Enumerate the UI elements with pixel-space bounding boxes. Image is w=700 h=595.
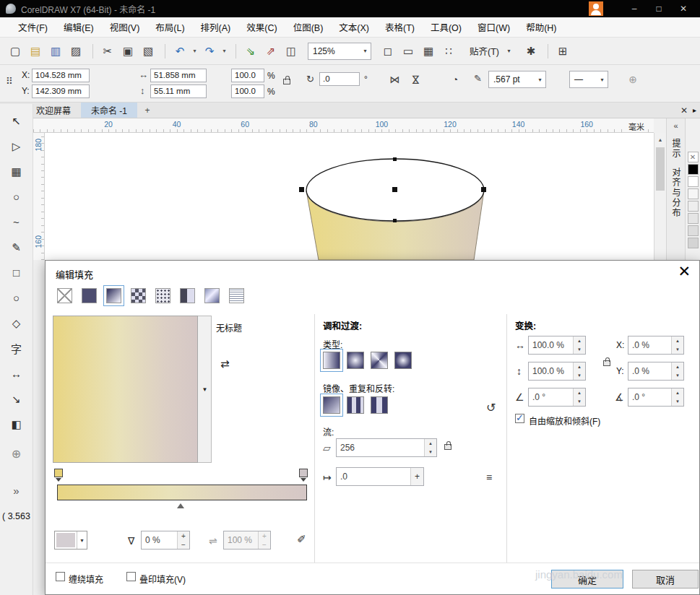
close-button[interactable]: ✕ xyxy=(671,1,696,17)
artistic-media-tool[interactable]: ✎ xyxy=(7,238,27,257)
rotate-input[interactable]: .0 ° ▲▼ xyxy=(628,388,684,407)
overprint-fill-checkbox[interactable] xyxy=(126,572,136,581)
fill-height-input[interactable]: 100.0 % ▲▼ xyxy=(528,362,586,381)
transition-options-icon[interactable]: ≡ xyxy=(486,472,492,483)
color-swatch[interactable] xyxy=(688,201,699,212)
redo-dropdown-icon[interactable]: ▾ xyxy=(220,42,228,61)
add-tool-button[interactable]: ⊕ xyxy=(7,444,27,464)
separator[interactable] xyxy=(542,44,548,58)
spinner[interactable]: ▲▼ xyxy=(671,388,683,406)
scale-y-field[interactable]: 100.0 xyxy=(231,84,264,98)
show-guidelines-icon[interactable]: ∷ xyxy=(439,42,458,61)
acceleration-input[interactable]: .0 + xyxy=(336,467,424,486)
menu-item[interactable]: 布局(L) xyxy=(147,17,192,37)
fill-vector-pattern-icon[interactable] xyxy=(131,288,146,303)
export-icon[interactable]: ⇗ xyxy=(262,42,280,61)
repeat-mirror-icon[interactable] xyxy=(347,396,364,414)
close-document-icon[interactable]: ✕ xyxy=(680,105,688,116)
rectangle-tool[interactable]: □ xyxy=(7,263,27,282)
minimize-button[interactable]: – xyxy=(622,1,647,17)
menu-item[interactable]: 编辑(E) xyxy=(56,17,102,37)
fill-uniform-icon[interactable] xyxy=(82,288,97,303)
user-account-icon[interactable] xyxy=(589,1,603,16)
freehand-tool[interactable]: ~ xyxy=(7,212,27,232)
mirror-horizontal-button[interactable]: ⋈ xyxy=(386,71,403,88)
menu-item[interactable]: 效果(C) xyxy=(238,17,285,37)
text-tool[interactable]: 字 xyxy=(7,339,27,358)
undo-dropdown-icon[interactable]: ▾ xyxy=(191,42,199,61)
new-document-tab-button[interactable]: + xyxy=(137,103,157,118)
node-color-select[interactable]: ▾ xyxy=(54,531,87,550)
free-scale-checkbox[interactable] xyxy=(515,414,524,423)
menu-item[interactable]: 视图(V) xyxy=(102,17,148,37)
outline-width-select[interactable]: .567 pt ▾ xyxy=(488,71,546,88)
spinner[interactable]: ▲▼ xyxy=(671,336,683,354)
scale-lock-icon[interactable] xyxy=(283,79,290,84)
chevron-down-icon[interactable]: ▾ xyxy=(535,71,545,87)
menu-item[interactable]: 表格(T) xyxy=(377,17,423,37)
x-position-field[interactable]: 104.528 mm xyxy=(32,69,90,82)
connector-tool[interactable]: ↘ xyxy=(7,389,27,409)
color-swatch[interactable] xyxy=(688,188,699,199)
circular-arrow-icon[interactable]: ↺ xyxy=(486,401,496,414)
docker-collapse-icon[interactable]: « xyxy=(673,121,678,130)
separator[interactable] xyxy=(87,44,93,58)
repeat-default-icon[interactable] xyxy=(323,396,340,414)
redo-icon[interactable]: ↷ xyxy=(200,42,219,61)
app-launcher-icon[interactable]: ◫ xyxy=(282,42,301,61)
import-icon[interactable]: ⇘ xyxy=(241,42,260,61)
undo-icon[interactable]: ↶ xyxy=(170,42,189,61)
gradient-stop-start[interactable] xyxy=(54,469,63,477)
dimension-tool[interactable]: ↔ xyxy=(7,364,27,383)
polygon-tool[interactable]: ◇ xyxy=(7,313,27,333)
gradient-bar[interactable] xyxy=(57,485,307,500)
spinner[interactable]: +− xyxy=(258,531,270,549)
shape-options-button[interactable]: ◔ xyxy=(446,71,464,88)
object-height-field[interactable]: 55.11 mm xyxy=(150,84,207,98)
y-position-field[interactable]: 142.309 mm xyxy=(32,84,90,98)
separator[interactable] xyxy=(230,44,236,58)
spinner[interactable]: ▲▼ xyxy=(573,336,585,354)
new-document-icon[interactable]: ▢ xyxy=(6,42,25,61)
expand-toolbox-button[interactable]: » xyxy=(7,481,27,500)
scroll-up-icon[interactable]: ▲ xyxy=(654,134,666,144)
paste-icon[interactable]: ▧ xyxy=(139,42,157,61)
copy-icon[interactable]: ▣ xyxy=(118,42,137,61)
separator[interactable] xyxy=(159,44,165,58)
wrap-fill-checkbox[interactable] xyxy=(56,572,65,581)
scrollbar-thumb[interactable] xyxy=(656,147,665,191)
color-swatch-black[interactable] xyxy=(688,164,699,175)
show-grid-icon[interactable]: ▦ xyxy=(419,42,438,61)
eyedropper-icon[interactable]: ✐ xyxy=(297,533,306,546)
color-swatch[interactable] xyxy=(688,225,699,236)
fountain-elliptical-icon[interactable] xyxy=(347,352,364,369)
options-icon[interactable]: ✱ xyxy=(522,42,540,61)
vertical-ruler[interactable]: 180 160 xyxy=(33,133,45,260)
tab-document[interactable]: 未命名 -1 xyxy=(81,103,137,118)
dialog-close-icon[interactable]: ✕ xyxy=(678,263,691,280)
spinner[interactable]: +− xyxy=(177,531,189,549)
spinner[interactable]: ▲▼ xyxy=(671,362,683,380)
zoom-tool[interactable]: ○ xyxy=(7,187,27,207)
object-width-field[interactable]: 51.858 mm xyxy=(150,69,207,82)
color-swatch[interactable] xyxy=(688,176,699,187)
ok-button[interactable]: 确定 xyxy=(551,570,623,589)
scale-x-field[interactable]: 100.0 xyxy=(231,69,264,82)
menu-item[interactable]: 窗口(W) xyxy=(470,17,518,37)
tab-welcome[interactable]: 欢迎屏幕 xyxy=(26,103,81,118)
color-swatch[interactable] xyxy=(688,238,699,248)
docker-tab-hints[interactable]: 提示 xyxy=(670,139,682,159)
steps-lock-icon[interactable] xyxy=(444,444,451,450)
proportional-lock-icon[interactable] xyxy=(603,360,610,366)
transform-x-input[interactable]: .0 % ▲▼ xyxy=(628,336,684,355)
docker-tab-align[interactable]: 对齐与分布 xyxy=(670,168,682,218)
ellipse-tool[interactable]: ○ xyxy=(7,288,27,308)
tab-menu-arrow-icon[interactable]: ▸ xyxy=(693,106,696,114)
shape-tool[interactable]: ▷ xyxy=(7,136,27,156)
pick-tool[interactable]: ↖ xyxy=(7,111,27,131)
chevron-down-icon[interactable]: ▾ xyxy=(77,531,87,549)
fill-twocolor-pattern-icon[interactable] xyxy=(180,288,195,303)
horizontal-ruler[interactable]: 毫米 20406080100120140160 xyxy=(33,118,654,133)
maximize-button[interactable]: □ xyxy=(647,1,671,17)
node-transparency-input[interactable]: 0 % +− xyxy=(141,531,190,550)
